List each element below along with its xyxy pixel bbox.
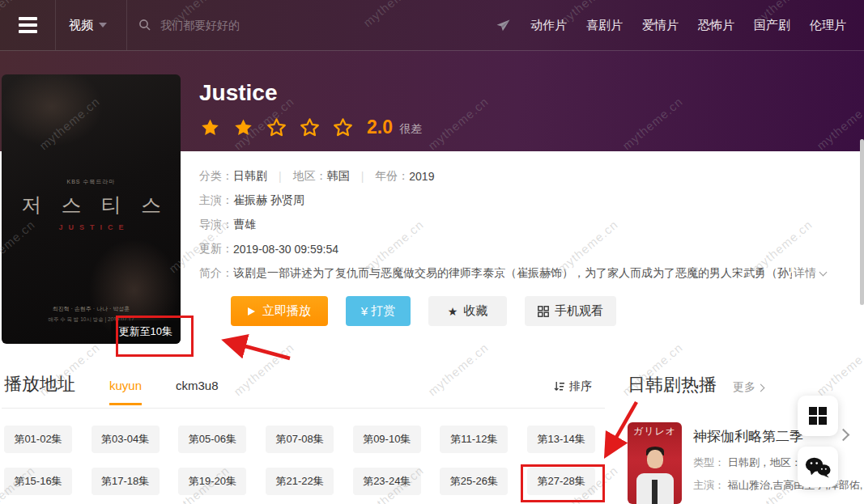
nav-link[interactable]: 国产剧	[754, 18, 790, 33]
rating-row: 2.0 很差	[199, 116, 422, 138]
category-value[interactable]: 日韩剧	[233, 169, 267, 184]
sort-icon	[554, 381, 565, 392]
play-now-button[interactable]: 立即播放	[231, 296, 328, 326]
star-filled-icon	[199, 117, 221, 138]
menu-icon[interactable]	[0, 0, 56, 50]
reward-label: 打赏	[371, 303, 395, 319]
tab-kuyun[interactable]: kuyun	[109, 379, 142, 405]
poster-text-block: KBS 수목드라마 저 스 티 스 JUSTICE	[2, 178, 181, 231]
meta-label: 更新：	[199, 242, 233, 256]
nav-link[interactable]: 恐怖片	[698, 18, 734, 33]
director-value[interactable]: 曹雄	[233, 218, 256, 232]
navbar-links-wrap: 动作片喜剧片爱情片恐怖片国产剧伦理片	[496, 18, 864, 33]
cast-value[interactable]: 崔振赫 孙贤周	[233, 193, 304, 208]
episode-button[interactable]: 第21-22集	[266, 468, 334, 495]
favorite-button[interactable]: ★ 收藏	[428, 296, 507, 326]
hot-card-poster[interactable]: ガリレオ	[628, 422, 682, 504]
main-poster[interactable]: KBS 수목드라마 저 스 티 스 JUSTICE 최진혁 · 손현주 · 나나…	[2, 74, 181, 344]
qr-code-icon	[538, 306, 549, 317]
play-section-header: 播放地址 kuyun ckm3u8	[4, 372, 219, 405]
search-input[interactable]	[159, 18, 397, 32]
top-navbar: 视频 动作片喜剧片爱情片恐怖片国产剧伦理片	[0, 0, 864, 51]
meta-label: 类型：	[693, 456, 725, 468]
sort-label: 排序	[569, 379, 592, 394]
star-rating[interactable]	[199, 117, 365, 138]
meta-label: 分类：	[199, 169, 233, 184]
episode-button[interactable]: 第01-02集	[4, 426, 72, 453]
episode-button[interactable]: 第05-06集	[178, 426, 246, 453]
episode-button[interactable]: 第17-18集	[92, 468, 160, 495]
region-value[interactable]: 韩国	[327, 169, 350, 184]
episode-button[interactable]: 第27-28集	[527, 468, 595, 495]
meta-row-director: 导演： 曹雄	[199, 213, 858, 237]
reward-button[interactable]: ¥ 打赏	[346, 296, 411, 326]
search-box	[127, 18, 414, 32]
synopsis-expand-label: 详情	[794, 266, 816, 281]
play-now-label: 立即播放	[262, 303, 311, 319]
star-filled-icon	[232, 117, 254, 138]
nav-link[interactable]: 喜剧片	[586, 18, 623, 33]
episode-button[interactable]: 第23-24集	[353, 468, 421, 495]
hot-card-title[interactable]: 神探伽利略第二季	[693, 427, 803, 446]
rating-desc: 很差	[399, 122, 422, 137]
scrollbar-thumb[interactable]	[860, 139, 864, 305]
annotation-arrow-badge	[228, 341, 290, 358]
poster-title-korean: 저 스 티 스	[9, 192, 181, 218]
windows-icon	[809, 407, 827, 425]
chevron-right-icon[interactable]	[837, 429, 850, 442]
update-badge: 更新至10集	[111, 320, 181, 344]
episode-button[interactable]: 第15-16集	[4, 468, 72, 495]
synopsis-text: 该剧是一部讲述为了复仇而与恶魔做交易的律师李泰京（崔振赫饰），为了家人而成为了恶…	[233, 266, 792, 281]
star-outline-icon	[299, 117, 321, 138]
episode-button[interactable]: 第03-04集	[92, 426, 160, 453]
episode-button[interactable]: 第09-10集	[353, 426, 421, 453]
meta-label: 地区：	[293, 169, 327, 184]
poster-credits: 최진혁 · 손현주 · 나나 · 박성훈	[2, 305, 181, 313]
channel-dropdown[interactable]: 视频	[56, 0, 127, 50]
poster-title-english: JUSTICE	[7, 223, 181, 231]
watermark-text: mytheme.cn	[814, 341, 864, 399]
hot-section-title: 日韩剧热播	[628, 373, 717, 397]
play-icon	[248, 307, 255, 316]
page-title: Justice	[199, 80, 278, 106]
synopsis-expand-link[interactable]: 详情	[794, 266, 826, 281]
rating-score: 2.0	[367, 116, 393, 138]
updated-value: 2019-08-30 09:59:54	[233, 243, 338, 256]
meta-label: 主演：	[199, 193, 233, 208]
windows-share-button[interactable]	[798, 396, 838, 436]
episode-button[interactable]: 第13-14集	[527, 426, 595, 453]
tab-ckm3u8[interactable]: ckm3u8	[176, 379, 219, 403]
more-link[interactable]: 更多	[733, 380, 764, 395]
star-outline-icon	[332, 117, 354, 138]
meta-row-synopsis: 简介： 该剧是一部讲述为了复仇而与恶魔做交易的律师李泰京（崔振赫饰），为了家人而…	[199, 261, 858, 286]
wechat-icon	[805, 456, 831, 478]
divider: |	[361, 170, 364, 183]
nav-link[interactable]: 爱情片	[642, 18, 679, 33]
hot-poster-title-text: ガリレオ	[628, 425, 682, 438]
episode-button[interactable]: 第07-08集	[266, 426, 334, 453]
caret-down-icon	[99, 23, 107, 28]
watermark-text: mytheme.cn	[425, 341, 491, 399]
year-value[interactable]: 2019	[409, 170, 434, 183]
episode-button[interactable]: 第25-26集	[440, 468, 508, 495]
episode-button[interactable]: 第11-12集	[440, 426, 508, 453]
channel-label: 视频	[69, 18, 93, 33]
meta-row-cast: 主演： 崔振赫 孙贤周	[199, 188, 858, 213]
meta-label: 导演：	[199, 218, 233, 232]
sort-button[interactable]: 排序	[554, 379, 592, 394]
divider: |	[279, 170, 282, 183]
meta-row-updated: 更新： 2019-08-30 09:59:54	[199, 237, 858, 261]
star-outline-icon	[266, 117, 287, 138]
more-label: 更多	[733, 380, 755, 395]
paper-plane-icon[interactable]	[496, 18, 511, 33]
favorite-label: 收藏	[463, 303, 487, 319]
star-icon: ★	[448, 305, 458, 318]
episode-button[interactable]: 第19-20集	[178, 468, 246, 495]
yen-icon: ¥	[361, 304, 368, 318]
hot-card-cast-value: 福山雅治,吉高由里子,澤部佑,	[728, 479, 863, 491]
meta-label: 主演：	[693, 479, 725, 491]
nav-link[interactable]: 动作片	[530, 18, 567, 33]
nav-link[interactable]: 伦理片	[810, 18, 846, 33]
wechat-share-button[interactable]	[798, 447, 838, 487]
mobile-watch-button[interactable]: 手机观看	[525, 296, 616, 326]
